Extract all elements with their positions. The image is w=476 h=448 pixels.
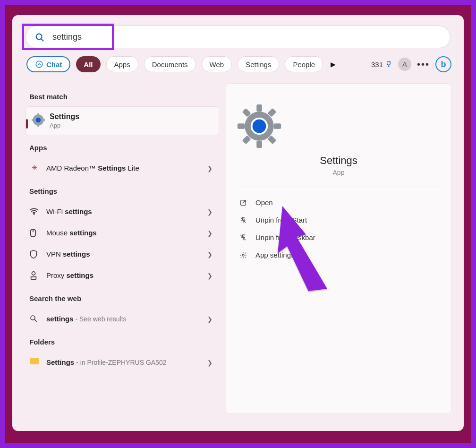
result-text: AMD Radeon™ Settings Lite xyxy=(46,164,139,172)
bing-letter: b xyxy=(441,60,446,69)
result-vpn-settings[interactable]: VPN settings ❯ xyxy=(26,243,219,265)
unpin-icon xyxy=(239,234,249,241)
preview-pane: Settings App Open Unpin from Start xyxy=(226,83,451,414)
avatar-letter: A xyxy=(402,60,407,68)
filter-label: Chat xyxy=(46,60,62,69)
result-text: Mouse settings xyxy=(46,229,97,237)
bing-chat-icon xyxy=(35,60,43,69)
svg-point-14 xyxy=(31,316,35,320)
svg-point-9 xyxy=(34,214,34,215)
filter-all[interactable]: All xyxy=(76,56,100,72)
action-label: App settings xyxy=(255,251,295,259)
chevron-right-icon: ❯ xyxy=(207,165,212,172)
action-label: Open xyxy=(255,198,273,207)
search-icon xyxy=(29,314,40,323)
result-proxy-settings[interactable]: Proxy settings ❯ xyxy=(26,265,219,286)
svg-point-2 xyxy=(36,61,42,68)
svg-rect-5 xyxy=(37,113,39,116)
filter-settings[interactable]: Settings xyxy=(238,56,279,72)
filter-label: Web xyxy=(210,60,224,69)
svg-rect-6 xyxy=(37,124,39,127)
action-open[interactable]: Open xyxy=(237,194,441,211)
section-settings: Settings xyxy=(29,187,219,195)
filter-apps[interactable]: Apps xyxy=(106,56,138,72)
result-wifi-settings[interactable]: Wi-Fi settings ❯ xyxy=(26,201,219,222)
section-web: Search the web xyxy=(29,294,219,302)
unpin-icon xyxy=(239,216,249,224)
action-label: Unpin from Start xyxy=(255,216,307,224)
result-text: Wi-Fi settings xyxy=(46,207,92,215)
result-text: Proxy settings xyxy=(46,271,94,279)
chevron-right-icon: ❯ xyxy=(207,359,212,366)
shield-icon xyxy=(29,250,40,259)
svg-rect-17 xyxy=(256,141,262,148)
user-avatar[interactable]: A xyxy=(398,58,411,71)
result-web-search[interactable]: settings - See web results ❯ xyxy=(26,308,219,329)
section-best-match: Best match xyxy=(29,93,219,101)
chevron-right-icon: ❯ xyxy=(207,251,212,258)
section-apps: Apps xyxy=(29,144,219,152)
preview-title: Settings xyxy=(237,155,441,167)
result-folder-settings[interactable]: Settings - in Profile-ZEPHYRUS GA502 ❯ xyxy=(26,352,219,373)
svg-point-0 xyxy=(36,34,42,40)
svg-rect-7 xyxy=(32,119,34,121)
search-bar[interactable] xyxy=(26,26,450,48)
svg-rect-19 xyxy=(274,123,281,129)
score-value: 331 xyxy=(371,60,383,69)
svg-point-32 xyxy=(242,254,244,256)
result-amd-radeon[interactable]: ✳ AMD Radeon™ Settings Lite ❯ xyxy=(26,157,219,179)
divider xyxy=(237,187,441,187)
action-label: Unpin from taskbar xyxy=(255,233,315,241)
filter-web[interactable]: Web xyxy=(202,56,232,72)
filter-people[interactable]: People xyxy=(285,56,323,72)
folder-icon xyxy=(29,358,40,366)
filter-label: Documents xyxy=(152,60,188,69)
svg-rect-16 xyxy=(256,104,262,112)
result-text: Settings - in Profile-ZEPHYRUS GA502 xyxy=(46,358,166,366)
filter-documents[interactable]: Documents xyxy=(144,56,196,72)
filter-label: People xyxy=(293,60,315,69)
svg-point-12 xyxy=(32,272,35,275)
filter-label: Apps xyxy=(114,60,130,69)
chevron-right-icon: ❯ xyxy=(207,316,212,323)
best-match-item[interactable]: Settings App xyxy=(26,106,219,135)
gear-icon xyxy=(32,113,45,127)
amd-icon: ✳ xyxy=(29,164,40,172)
bing-button[interactable]: b xyxy=(435,56,451,72)
more-menu-icon[interactable]: ••• xyxy=(417,59,430,70)
filter-chat[interactable]: Chat xyxy=(26,56,70,72)
result-text: VPN settings xyxy=(46,250,90,258)
action-app-settings[interactable]: App settings xyxy=(237,246,441,264)
svg-point-26 xyxy=(253,120,266,133)
start-search-panel: Chat All Apps Documents Web Settings Peo… xyxy=(12,15,464,431)
wifi-icon xyxy=(29,207,40,215)
svg-line-1 xyxy=(41,39,43,41)
action-unpin-start[interactable]: Unpin from Start xyxy=(237,211,441,229)
trophy-icon xyxy=(385,60,392,68)
result-mouse-settings[interactable]: Mouse settings ❯ xyxy=(26,222,219,243)
filter-label: All xyxy=(84,60,93,69)
svg-point-4 xyxy=(36,118,41,123)
svg-rect-18 xyxy=(238,123,245,129)
mouse-icon xyxy=(29,228,40,238)
chevron-right-icon: ❯ xyxy=(207,230,212,237)
preview-subtitle: App xyxy=(237,169,441,176)
results-column: Best match Settings App Apps ✳ AMD Radeo… xyxy=(26,84,219,373)
best-match-title: Settings xyxy=(50,112,212,121)
result-text: settings - See web results xyxy=(46,315,127,323)
svg-rect-8 xyxy=(42,119,45,121)
gear-icon xyxy=(239,251,249,259)
chevron-right-icon: ❯ xyxy=(207,208,212,215)
filter-label: Settings xyxy=(246,60,271,69)
proxy-icon xyxy=(29,271,40,280)
svg-line-15 xyxy=(34,319,37,322)
search-input[interactable] xyxy=(51,32,450,43)
best-match-subtitle: App xyxy=(50,122,212,129)
open-icon xyxy=(239,199,249,207)
rewards-score[interactable]: 331 xyxy=(371,60,392,69)
filter-row: Chat All Apps Documents Web Settings Peo… xyxy=(26,55,451,74)
overflow-arrow-icon[interactable]: ▶ xyxy=(331,60,336,68)
section-folders: Folders xyxy=(29,338,219,346)
search-icon xyxy=(34,32,45,43)
action-unpin-taskbar[interactable]: Unpin from taskbar xyxy=(237,229,441,246)
